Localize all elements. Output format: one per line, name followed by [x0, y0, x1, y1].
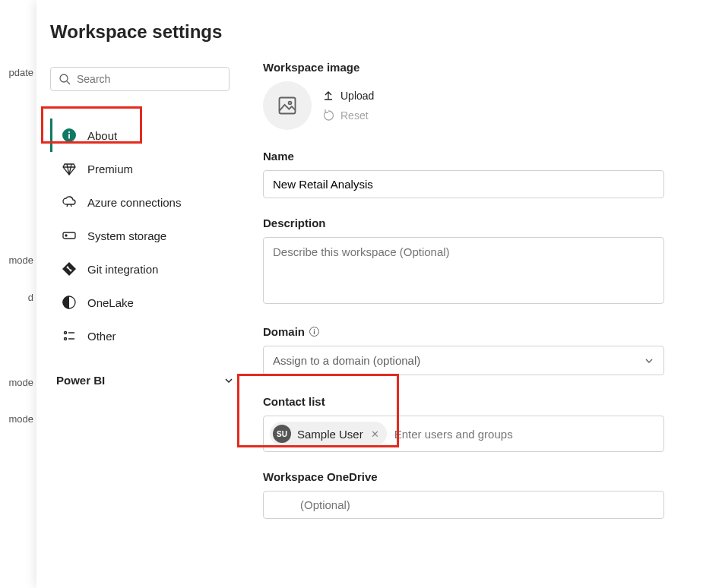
nav-onelake[interactable]: OneLake	[50, 286, 245, 319]
svg-point-0	[60, 74, 68, 82]
image-icon	[277, 95, 298, 116]
search-icon	[59, 73, 71, 85]
onedrive-input[interactable]	[263, 491, 664, 519]
contact-input[interactable]: SU Sample User ✕	[263, 416, 664, 452]
info-icon[interactable]: i	[309, 327, 319, 337]
workspace-image-placeholder[interactable]	[263, 81, 312, 130]
svg-point-11	[65, 332, 67, 334]
description-input[interactable]	[263, 237, 664, 304]
info-icon	[62, 128, 77, 143]
label-contact: Contact list	[263, 395, 692, 408]
contact-text-input[interactable]	[394, 428, 657, 441]
section-label: Power BI	[56, 374, 105, 387]
domain-placeholder: Assign to a domain (optional)	[273, 354, 420, 367]
git-icon	[62, 261, 77, 277]
reset-label: Reset	[340, 109, 369, 122]
svg-point-4	[68, 131, 70, 133]
nav-label: Other	[87, 330, 116, 343]
upload-button[interactable]: Upload	[322, 90, 374, 102]
nav-azure[interactable]: Azure connections	[50, 185, 245, 219]
nav-storage[interactable]: System storage	[50, 219, 245, 252]
chevron-down-icon	[223, 375, 234, 386]
nav-about[interactable]: About	[50, 119, 245, 152]
nav-premium[interactable]: Premium	[50, 152, 245, 185]
settings-panel: Workspace settings About Premium Azure c…	[36, 0, 722, 588]
cloud-icon	[62, 194, 77, 210]
nav-label: About	[87, 129, 117, 142]
label-domain: Domain i	[263, 325, 692, 338]
nav-label: Azure connections	[87, 196, 181, 209]
label-onedrive: Workspace OneDrive	[263, 470, 692, 483]
nav-git[interactable]: Git integration	[50, 252, 245, 286]
nav-other[interactable]: Other	[50, 319, 245, 352]
label-description: Description	[263, 217, 692, 229]
label-workspace-image: Workspace image	[263, 61, 692, 74]
page-title: Workspace settings	[50, 21, 245, 43]
search-input[interactable]	[77, 73, 221, 85]
avatar: SU	[273, 425, 291, 443]
name-input[interactable]	[263, 170, 664, 198]
svg-point-6	[65, 235, 67, 236]
upload-icon	[322, 90, 334, 102]
reset-button: Reset	[322, 109, 374, 122]
other-icon	[62, 328, 77, 343]
diamond-icon	[62, 161, 77, 176]
background-grid: pdate mode d mode mode	[0, 0, 36, 588]
svg-point-13	[65, 338, 67, 340]
nav-label: Git integration	[87, 263, 158, 276]
svg-point-16	[289, 102, 292, 105]
storage-icon	[62, 228, 77, 243]
svg-rect-3	[68, 134, 70, 139]
chip-name: Sample User	[297, 428, 363, 441]
domain-select[interactable]: Assign to a domain (optional)	[263, 346, 664, 375]
form-content: Workspace image Upload Reset Name Descri…	[245, 21, 692, 567]
settings-sidebar: Workspace settings About Premium Azure c…	[50, 21, 245, 567]
chevron-down-icon	[644, 356, 654, 366]
reset-icon	[322, 109, 334, 122]
nav-label: Premium	[87, 163, 133, 175]
upload-label: Upload	[340, 90, 374, 102]
remove-chip-icon[interactable]: ✕	[369, 428, 381, 440]
section-powerbi[interactable]: Power BI	[50, 363, 245, 397]
search-box[interactable]	[50, 67, 230, 91]
svg-rect-15	[280, 98, 296, 114]
nav-label: OneLake	[87, 296, 134, 309]
label-name: Name	[263, 150, 692, 163]
svg-line-1	[67, 81, 70, 84]
onelake-icon	[62, 295, 77, 310]
contact-chip: SU Sample User ✕	[270, 422, 387, 446]
nav-label: System storage	[87, 229, 166, 242]
